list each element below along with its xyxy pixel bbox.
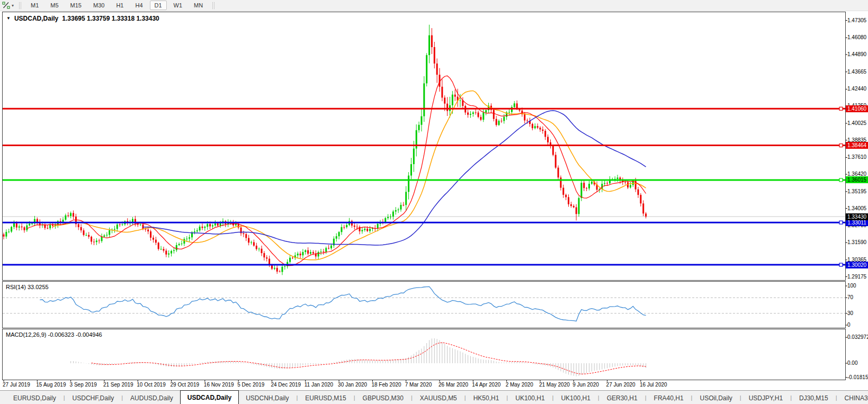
hline-price-tag: 1.38464 — [846, 142, 868, 149]
tab-usoil-daily[interactable]: USOil,Daily — [693, 392, 739, 404]
rsi-axis-label: 70 — [847, 294, 853, 300]
chart-title: ▼ USDCAD,Daily 1.33695 1.33759 1.33318 1… — [6, 15, 159, 22]
tab-eurusd-m15[interactable]: EURUSD,M15 — [298, 392, 353, 404]
hline-price-tag: 1.41060 — [846, 105, 868, 112]
price-axis-label: 1.43665 — [847, 69, 866, 75]
price-axis-label: 1.47305 — [847, 17, 866, 23]
tab-xauusd-m5[interactable]: XAUUSD,M5 — [413, 392, 464, 404]
price-axis-label: 1.31590 — [847, 239, 866, 245]
tab-eurusd-daily[interactable]: EURUSD,Daily — [6, 392, 63, 404]
rsi-axis-label: 0 — [847, 322, 851, 328]
hline-price-tag: 1.33011 — [846, 219, 868, 226]
chart-canvas[interactable] — [0, 0, 868, 404]
tab-dj30-m15[interactable]: DJ30,M15 — [792, 392, 835, 404]
tab-uk100-h1[interactable]: UK100,H1 — [508, 392, 551, 404]
chart-title-ohlc: 1.33695 1.33759 1.33318 1.33430 — [62, 15, 159, 22]
chart-title-symbol: USDCAD,Daily — [14, 15, 58, 22]
price-axis-label: 1.29175 — [847, 274, 866, 280]
tab-fra40-h1[interactable]: FRA40,H1 — [647, 392, 691, 404]
date-label: 9 Jun 2020 — [572, 382, 599, 388]
price-axis-label: 1.34005 — [847, 205, 866, 211]
date-label: 14 Apr 2020 — [472, 382, 500, 388]
date-label: 30 Jan 2020 — [338, 382, 367, 388]
price-axis-label: 1.46080 — [847, 34, 866, 40]
date-label: 29 Oct 2019 — [171, 382, 199, 388]
hline-price-tag: 1.36015 — [846, 176, 868, 183]
tab-usdchf-daily[interactable]: USDCHF,Daily — [66, 392, 121, 404]
date-label: 7 Mar 2020 — [405, 382, 432, 388]
date-label: 16 Nov 2019 — [204, 382, 234, 388]
date-label: 15 Aug 2019 — [36, 382, 66, 388]
terminal-window: ▾ M1M5M15M30H1H4D1W1MN ▼ USDCAD,Daily 1.… — [0, 0, 868, 404]
price-axis[interactable]: 1.473051.460801.448901.436651.424401.412… — [846, 12, 868, 380]
price-axis-label: 1.35195 — [847, 188, 866, 194]
date-label: 27 Jul 2019 — [3, 382, 30, 388]
chart-tab-bar: EURUSD,Daily|USDCHF,Daily|AUDUSD,DailyUS… — [0, 390, 868, 404]
date-label: 27 Jun 2020 — [606, 382, 636, 388]
tab-usdjpy-h1[interactable]: USDJPY,H1 — [742, 392, 790, 404]
date-label: 26 Mar 2020 — [439, 382, 468, 388]
rsi-axis-label: 100 — [847, 283, 856, 289]
date-label: 11 Jan 2020 — [305, 382, 333, 388]
price-axis-label: 1.37610 — [847, 154, 866, 160]
tab-uk100-h1[interactable]: UK100,H1 — [554, 392, 597, 404]
date-label: 10 Oct 2019 — [137, 382, 165, 388]
date-label: 21 May 2020 — [539, 382, 570, 388]
rsi-indicator-label: RSI(14) 33.0255 — [6, 284, 49, 290]
date-label: 5 Dec 2019 — [237, 382, 264, 388]
date-label: 2 May 2020 — [506, 382, 533, 388]
hline-price-tag: 1.30020 — [846, 262, 868, 268]
current-price-tag: 1.33430 — [846, 213, 868, 220]
price-axis-label: 1.40025 — [847, 120, 866, 126]
tab-usdcad-daily[interactable]: USDCAD,Daily — [180, 390, 239, 404]
tab-usdcnh-daily[interactable]: USDCNH,Daily — [239, 392, 296, 404]
macd-axis-label: 0.032972 — [847, 334, 868, 340]
collapse-arrow-icon[interactable]: ▼ — [6, 15, 11, 22]
price-axis-label: 1.44890 — [847, 51, 866, 57]
macd-indicator-label: MACD(12,26,9) -0.006323 -0.004946 — [6, 331, 102, 338]
tab-hk50-h1[interactable]: HK50,H1 — [467, 392, 506, 404]
date-label: 16 Jul 2020 — [640, 382, 667, 388]
macd-axis-label: 0.00 — [847, 360, 857, 366]
tab-china300-h4[interactable]: CHINA300,H4 — [838, 392, 868, 404]
date-label: 24 Dec 2019 — [271, 382, 301, 388]
price-axis-label: 1.42440 — [847, 86, 866, 92]
tab-ger30-h1[interactable]: GER30,H1 — [600, 392, 645, 404]
date-label: 18 Feb 2020 — [371, 382, 401, 388]
macd-axis-label: -0.018154 — [847, 374, 868, 380]
date-label: 21 Sep 2019 — [103, 382, 133, 388]
tab-audusd-daily[interactable]: AUDUSD,Daily — [123, 392, 180, 404]
time-axis[interactable]: 27 Jul 201915 Aug 20193 Sep 201921 Sep 2… — [0, 380, 846, 389]
tab-gbpusd-m30[interactable]: GBPUSD,M30 — [356, 392, 410, 404]
date-label: 3 Sep 2019 — [70, 382, 97, 388]
rsi-axis-label: 30 — [847, 310, 853, 316]
